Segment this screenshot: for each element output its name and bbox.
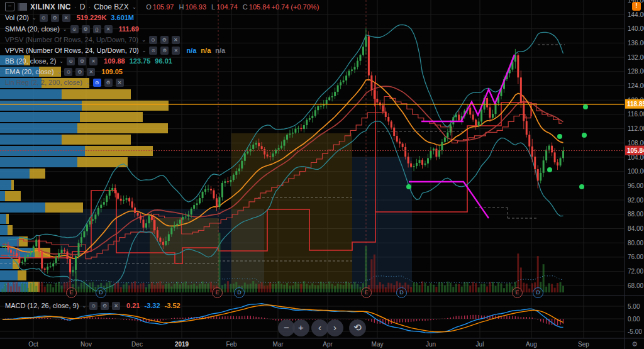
legend-row-smma[interactable]: SMMA (20, close)⌄⊙⚙{}✕111.69 bbox=[5, 25, 139, 33]
symbol-header: – XILINX INC · D · Cboe BZX ⌄ O105.97H10… bbox=[5, 2, 319, 11]
earnings-badge[interactable]: E bbox=[361, 287, 372, 298]
price-label: 105.84 bbox=[625, 146, 644, 155]
svg-text:76.00: 76.00 bbox=[628, 253, 643, 260]
time-axis-label: Apr bbox=[323, 341, 333, 348]
eye-icon[interactable]: ⊙ bbox=[89, 302, 97, 310]
gear-icon[interactable]: ⚙ bbox=[75, 68, 84, 76]
exchange-label[interactable]: Cboe BZX bbox=[94, 3, 128, 11]
gear-icon[interactable]: ⚙ bbox=[101, 302, 109, 310]
legend-values: 519.229K3.601M bbox=[77, 14, 134, 21]
eye-icon[interactable]: ⊙ bbox=[149, 36, 157, 44]
close-icon[interactable]: ✕ bbox=[172, 36, 180, 44]
ohlc-key: L bbox=[211, 3, 215, 11]
gear-icon[interactable]: ⚙ bbox=[82, 25, 90, 33]
scroll-right-button[interactable]: › bbox=[326, 319, 343, 336]
svg-text:96.00: 96.00 bbox=[628, 182, 643, 189]
svg-text:140.00: 140.00 bbox=[628, 25, 644, 32]
ohlc-value: 105.84 bbox=[249, 3, 270, 11]
ohlc-value: 104.74 bbox=[216, 3, 238, 11]
svg-text:88.00: 88.00 bbox=[628, 211, 643, 218]
alert-notification-badge[interactable]: ! bbox=[632, 2, 641, 11]
symbol-title[interactable]: XILINX INC bbox=[30, 3, 71, 11]
svg-text:5.00: 5.00 bbox=[628, 303, 640, 310]
close-icon[interactable]: ✕ bbox=[104, 25, 113, 33]
eye-icon[interactable]: ⊙ bbox=[70, 25, 79, 33]
scroll-left-button[interactable]: ‹ bbox=[311, 319, 328, 336]
legend-values: 111.69 bbox=[119, 25, 139, 33]
legend-label: MACD (12, 26, close, 9) bbox=[5, 302, 79, 309]
timeframe-label[interactable]: D bbox=[80, 3, 86, 11]
ohlc-value: 106.93 bbox=[185, 3, 206, 11]
collapse-panel-icon[interactable]: – bbox=[5, 2, 14, 11]
time-axis-label: Jun bbox=[426, 341, 436, 348]
ohlc-key: O bbox=[146, 3, 152, 11]
svg-text:92.00: 92.00 bbox=[628, 197, 643, 204]
legend-row-bb[interactable]: BB (20, close, 2)⌄⊙⚙✕109.88123.7596.01 bbox=[5, 57, 172, 65]
time-axis-label: Jul bbox=[476, 341, 484, 348]
dividend-badge[interactable]: D bbox=[396, 287, 407, 298]
legend-row-linreg[interactable]: Lin Reg (2, 2, 200, close)⌄⊙⚙✕ bbox=[5, 78, 124, 87]
legend-row-macd[interactable]: MACD (12, 26, close, 9)⌄⊙⚙✕0.21-3.32-3.5… bbox=[5, 301, 180, 310]
eye-icon[interactable]: ⊙ bbox=[149, 47, 157, 55]
svg-text:100.00: 100.00 bbox=[628, 168, 644, 175]
legend-label: EMA (20, close) bbox=[5, 68, 54, 75]
zoom-in-button[interactable]: + bbox=[292, 319, 309, 336]
close-icon[interactable]: ✕ bbox=[87, 68, 95, 76]
separator: · bbox=[88, 3, 91, 11]
chevron-down-icon[interactable]: ⌄ bbox=[132, 4, 137, 10]
ohlc-key: C bbox=[243, 3, 248, 11]
legend-row-ema[interactable]: EMA (20, close)⌄⊙⚙✕109.05 bbox=[5, 67, 123, 76]
legend-row-vpvr[interactable]: VPVR (Number Of Rows, 24, Up/Down, 70)⌄⊙… bbox=[5, 46, 225, 55]
earnings-badge[interactable]: E bbox=[66, 287, 77, 298]
ohlc-key: H bbox=[179, 3, 184, 11]
svg-text:68.00: 68.00 bbox=[628, 282, 643, 289]
chevron-down-icon[interactable]: ⌄ bbox=[142, 48, 147, 53]
eye-icon[interactable]: ⊙ bbox=[93, 79, 101, 87]
eye-icon[interactable]: ⊙ bbox=[67, 57, 75, 65]
time-axis-label: 2019 bbox=[175, 341, 189, 348]
svg-text:80.00: 80.00 bbox=[628, 240, 643, 247]
eye-icon[interactable]: ⊙ bbox=[64, 68, 72, 76]
time-axis-label: Sep bbox=[578, 341, 589, 348]
gear-icon[interactable]: ⚙ bbox=[78, 57, 86, 65]
gear-icon[interactable]: ⚙ bbox=[104, 79, 113, 87]
legend-values: 109.05 bbox=[101, 68, 123, 75]
chevron-down-icon[interactable]: ⌄ bbox=[57, 69, 62, 75]
close-icon[interactable]: ✕ bbox=[112, 302, 120, 310]
earnings-badge[interactable]: E bbox=[212, 287, 223, 298]
svg-text:72.00: 72.00 bbox=[628, 268, 643, 275]
time-axis-label: Mar bbox=[272, 341, 284, 348]
svg-text:128.00: 128.00 bbox=[628, 68, 644, 75]
dividend-badge[interactable]: D bbox=[96, 287, 106, 298]
dividend-badge[interactable]: D bbox=[533, 287, 543, 298]
svg-text:105.84: 105.84 bbox=[627, 147, 644, 154]
chevron-down-icon[interactable]: ⌄ bbox=[63, 26, 67, 32]
legend-row-vol[interactable]: Vol (20)⌄⊙⚙✕519.229K3.601M bbox=[5, 13, 134, 22]
svg-text:136.00: 136.00 bbox=[628, 40, 644, 47]
close-icon[interactable]: ✕ bbox=[172, 47, 180, 55]
gear-icon[interactable]: ⚙ bbox=[51, 14, 59, 22]
reset-view-button[interactable]: ⟲ bbox=[349, 319, 366, 336]
close-icon[interactable]: ✕ bbox=[116, 79, 124, 87]
close-icon[interactable]: ✕ bbox=[62, 14, 70, 22]
chevron-down-icon[interactable]: ⌄ bbox=[82, 303, 86, 309]
ohlc-values: O105.97H106.93L104.74C105.84+0.74 (+0.70… bbox=[146, 3, 319, 11]
earnings-badge[interactable]: E bbox=[512, 287, 523, 298]
chevron-down-icon[interactable]: ⌄ bbox=[59, 58, 64, 64]
svg-text:144.00: 144.00 bbox=[628, 11, 644, 18]
legend-row-vpsv[interactable]: VPSV (Number Of Rows, 24, Up/Down, 70)⌄⊙… bbox=[5, 35, 180, 44]
chevron-down-icon[interactable]: ⌄ bbox=[86, 80, 90, 86]
gear-icon[interactable]: ⚙ bbox=[160, 36, 169, 44]
time-axis-label: Oct bbox=[28, 341, 38, 348]
dividend-badge[interactable]: D bbox=[234, 287, 245, 298]
legend-label: VPVR (Number Of Rows, 24, Up/Down, 70) bbox=[5, 47, 139, 54]
chevron-down-icon[interactable]: ⌄ bbox=[32, 15, 36, 21]
gear-icon[interactable]: ⚙ bbox=[160, 47, 169, 55]
close-icon[interactable]: ✕ bbox=[89, 57, 97, 65]
svg-text:124.00: 124.00 bbox=[628, 82, 644, 89]
axis-settings-gear-icon[interactable]: ⚙ bbox=[631, 340, 638, 348]
eye-icon[interactable]: ⊙ bbox=[40, 14, 48, 22]
legend-values: n/an/an/a bbox=[186, 47, 225, 54]
chevron-down-icon[interactable]: ⌄ bbox=[142, 37, 146, 43]
braces-icon[interactable]: {} bbox=[93, 25, 101, 33]
